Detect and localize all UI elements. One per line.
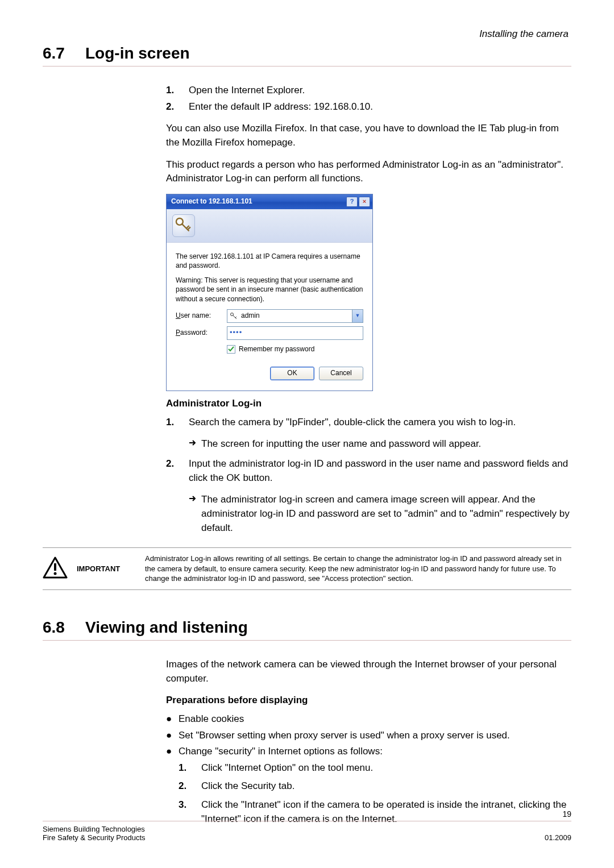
result-row: The administrator log-in screen and came… (189, 493, 571, 535)
section-6-7-heading: 6.7 Log-in screen (43, 44, 571, 63)
remember-label: Remember my password (239, 344, 314, 354)
important-text: Administrator Log-in allows rewriting of… (145, 554, 571, 584)
result-text: The screen for inputting the user name a… (201, 437, 571, 451)
subheading: Preparations before displaying (166, 693, 571, 708)
password-row: Password: •••• (176, 326, 363, 340)
result-row: The screen for inputting the user name a… (189, 437, 571, 451)
section-title: Log-in screen (85, 44, 190, 63)
list-number: 2. (166, 457, 189, 485)
footer-date: 01.2009 (545, 833, 571, 842)
list-text: Click "Internet Option" on the tool menu… (201, 761, 571, 775)
dialog-title: Connect to 192.168.1.101 (171, 197, 252, 206)
list-text: Change "security" in Internet options as… (179, 745, 383, 759)
page-footer: 19 Siemens Building Technologies Fire Sa… (43, 809, 571, 842)
list-item: 1. Click "Internet Option" on the tool m… (179, 761, 571, 775)
list-item: ● Change "security" in Internet options … (166, 745, 571, 759)
arrow-right-icon (189, 493, 201, 535)
list-item: 2. Enter the default IP address: 192.168… (166, 100, 571, 114)
important-note: IMPORTANT Administrator Log-in allows re… (43, 547, 571, 590)
list-text: Input the administrator log-in ID and pa… (189, 457, 571, 485)
list-text: Enable cookies (179, 712, 244, 726)
remember-row[interactable]: Remember my password (227, 344, 363, 354)
paragraph: This product regards a person who has pe… (166, 158, 571, 186)
password-label: Password: (176, 328, 227, 338)
list-number: 1. (166, 84, 189, 98)
ordered-list: 1. Search the camera by "IpFinder", doub… (166, 416, 571, 430)
bullet-icon: ● (166, 712, 179, 726)
list-text: Search the camera by "IpFinder", double-… (189, 416, 571, 430)
key-icon (230, 312, 238, 320)
close-icon[interactable]: × (359, 197, 370, 207)
list-text: Open the Internet Explorer. (189, 84, 571, 98)
password-input[interactable]: •••• (227, 326, 363, 340)
keys-icon (172, 214, 195, 237)
page-number: 19 (43, 809, 571, 819)
username-row: User name: admin ▼ (176, 309, 363, 323)
list-number: 1. (179, 761, 201, 775)
list-item: ● Set "Browser setting when proxy server… (166, 729, 571, 743)
list-item: 2. Input the administrator log-in ID and… (166, 457, 571, 485)
section-number: 6.8 (43, 618, 85, 637)
section-number: 6.7 (43, 44, 85, 63)
warning-icon (43, 556, 77, 582)
list-item: 2. Click the Security tab. (179, 779, 571, 794)
list-number: 2. (179, 779, 201, 794)
section-6-8-heading: 6.8 Viewing and listening (43, 618, 571, 637)
cancel-button[interactable]: Cancel (319, 367, 363, 380)
paragraph: Images of the network camera can be view… (166, 658, 571, 686)
dialog-titlebar: Connect to 192.168.1.101 ? × (167, 194, 372, 209)
footer-line1: Siemens Building Technologies (43, 825, 146, 833)
username-label: User name: (176, 311, 227, 321)
ordered-list: 2. Input the administrator log-in ID and… (166, 457, 571, 485)
list-number: 2. (166, 100, 189, 114)
username-value: admin (241, 311, 260, 321)
paragraph: You can also use Mozilla Firefox. In tha… (166, 122, 571, 149)
list-number: 1. (166, 416, 189, 430)
chevron-down-icon[interactable]: ▼ (352, 310, 363, 322)
important-label: IMPORTANT (77, 564, 145, 573)
dialog-banner (167, 209, 372, 243)
bullet-icon: ● (166, 745, 179, 759)
footer-line2: Fire Safety & Security Products (43, 833, 146, 842)
divider (43, 640, 571, 641)
svg-point-3 (54, 572, 57, 575)
running-header: Installing the camera (43, 28, 571, 40)
divider (43, 821, 571, 821)
list-text: Set "Browser setting when proxy server i… (179, 729, 510, 743)
ok-button[interactable]: OK (270, 367, 314, 380)
list-text: Click the Security tab. (201, 779, 571, 794)
list-item: ● Enable cookies (166, 712, 571, 726)
help-icon[interactable]: ? (346, 197, 358, 207)
list-text: Enter the default IP address: 192.168.0.… (189, 100, 571, 114)
svg-point-1 (231, 313, 234, 315)
divider (43, 66, 571, 67)
password-value: •••• (230, 327, 242, 338)
ordered-list: 1. Open the Internet Explorer. 2. Enter … (166, 84, 571, 114)
username-input[interactable]: admin ▼ (227, 309, 363, 323)
remember-checkbox[interactable] (227, 345, 235, 354)
result-text: The administrator log-in screen and came… (201, 493, 571, 535)
svg-rect-2 (54, 563, 56, 571)
bullet-icon: ● (166, 729, 179, 743)
dialog-text: The server 192.168.1.101 at IP Camera re… (176, 252, 363, 270)
dialog-warning: Warning: This server is requesting that … (176, 276, 363, 304)
arrow-right-icon (189, 437, 201, 451)
section-title: Viewing and listening (85, 618, 248, 637)
login-dialog: Connect to 192.168.1.101 ? × The server … (166, 194, 373, 391)
list-item: 1. Open the Internet Explorer. (166, 84, 571, 98)
list-item: 1. Search the camera by "IpFinder", doub… (166, 416, 571, 430)
subheading: Administrator Log-in (166, 397, 571, 411)
